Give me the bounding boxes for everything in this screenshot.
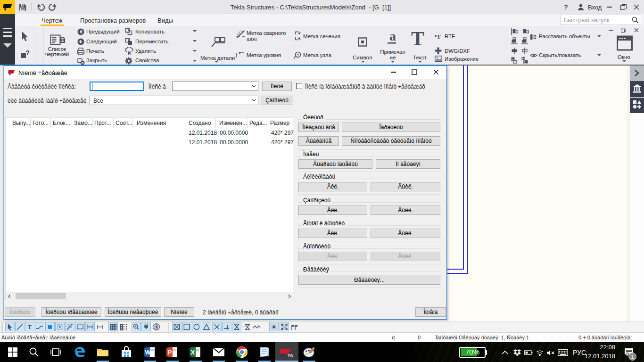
svg-text:T: T (437, 33, 441, 40)
svg-text:a: a (389, 30, 396, 43)
svg-text:TS: TS (288, 354, 293, 358)
svg-text:?: ? (25, 49, 30, 57)
svg-text:P: P (168, 349, 172, 356)
svg-text:X: X (191, 349, 195, 356)
svg-text:W: W (145, 349, 151, 356)
svg-text:T: T (28, 323, 32, 330)
